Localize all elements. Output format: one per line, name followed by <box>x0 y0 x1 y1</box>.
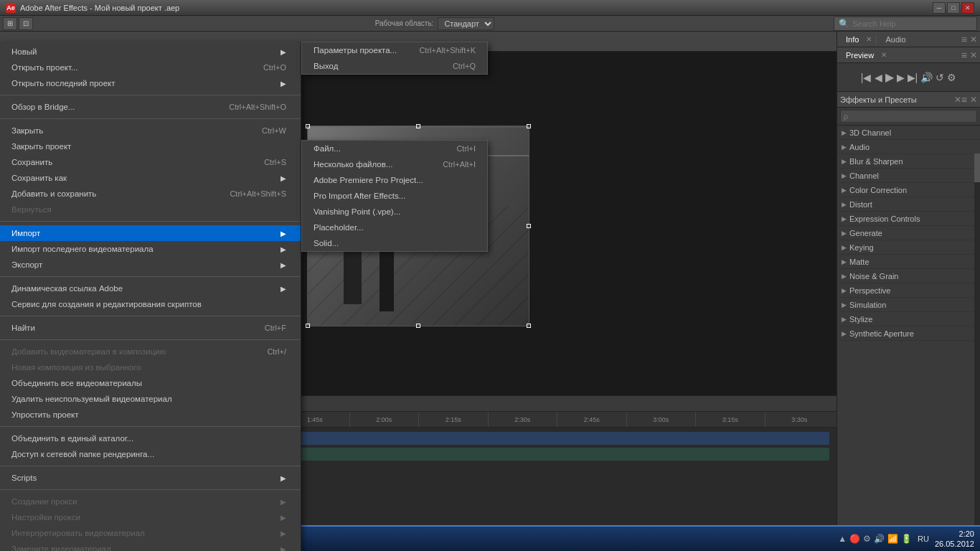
window-title: Adobe After Effects - Мой новый проект .… <box>20 4 933 12</box>
project-settings-submenu: Параметры проекта... Ctrl+Alt+Shift+K Вы… <box>301 42 488 75</box>
workspace-select[interactable]: Стандарт <box>438 17 494 30</box>
file-menu-dropdown: Новый ▶ Открыть проект... Ctrl+O Открыть… <box>0 42 301 551</box>
menu-save[interactable]: Сохранить Ctrl+S <box>0 154 301 170</box>
import-placeholder[interactable]: Placeholder... <box>302 220 487 235</box>
search-help-container: 🔍 <box>834 17 977 31</box>
menu-consolidate[interactable]: Объединить все видеоматериалы <box>0 375 301 391</box>
menu-add-to-comp[interactable]: Добавить видеоматериал в композицию Ctrl… <box>0 344 301 359</box>
menu-remove-unused[interactable]: Удалить неиспользуемый видеоматериал <box>0 391 301 407</box>
menu-save-as[interactable]: Сохранить как ▶ <box>0 170 301 186</box>
search-help-input[interactable] <box>852 19 972 28</box>
menu-new-comp-from[interactable]: Новая композиция из выбранного <box>0 359 301 375</box>
search-icon: 🔍 <box>839 19 849 29</box>
menu-export[interactable]: Экспорт ▶ <box>0 257 301 273</box>
import-submenu: Файл... Ctrl+I Несколько файлов... Ctrl+… <box>301 140 488 252</box>
menu-interpret[interactable]: Интерпретировать видеоматериал ▶ <box>0 525 301 541</box>
menu-add-save[interactable]: Добавить и сохранить Ctrl+Alt+Shift+S <box>0 186 301 202</box>
menu-create-proxy[interactable]: Создание прокси ▶ <box>0 494 301 509</box>
menu-find[interactable]: Найти Ctrl+F <box>0 320 301 336</box>
import-multiple[interactable]: Несколько файлов... Ctrl+Alt+I <box>302 156 487 172</box>
menu-import-recent[interactable]: Импорт последнего видеоматериала ▶ <box>0 241 301 257</box>
menu-new[interactable]: Новый ▶ <box>0 44 301 60</box>
menu-open-project[interactable]: Открыть проект... Ctrl+O <box>0 60 301 75</box>
secondary-toolbar: ⊞ ⊡ Рабочая область: Стандарт 🔍 <box>0 16 980 32</box>
menu-browse-bridge[interactable]: Обзор в Bridge... Ctrl+Alt+Shift+O <box>0 99 301 115</box>
menu-close[interactable]: Закрыть Ctrl+W <box>0 123 301 138</box>
window-controls: ─ □ ✕ <box>933 2 974 14</box>
title-bar: Ae Adobe After Effects - Мой новый проек… <box>0 0 980 16</box>
menu-replace[interactable]: Замените видеоматериал ▶ <box>0 541 301 551</box>
minimize-button[interactable]: ─ <box>933 2 946 14</box>
app-icon: Ae <box>6 3 16 13</box>
maximize-button[interactable]: □ <box>947 2 960 14</box>
close-button[interactable]: ✕ <box>961 2 974 14</box>
menu-revert[interactable]: Вернуться <box>0 202 301 217</box>
import-file[interactable]: Файл... Ctrl+I <box>302 141 487 156</box>
import-solid[interactable]: Solid... <box>302 235 487 251</box>
menu-network-render[interactable]: Доступ к сетевой папке рендеринга... <box>0 446 301 462</box>
project-settings[interactable]: Параметры проекта... Ctrl+Alt+Shift+K <box>302 42 487 58</box>
toolbar-btn-2[interactable]: ⊡ <box>19 17 33 30</box>
menu-dynamic-link[interactable]: Динамическая ссылка Adobe ▶ <box>0 281 301 296</box>
menu-import[interactable]: Импорт ▶ <box>0 225 301 241</box>
import-premiere[interactable]: Adobe Premiere Pro Project... <box>302 172 487 188</box>
menu-proxy-settings[interactable]: Настройки прокси ▶ <box>0 509 301 525</box>
menu-scripts[interactable]: Scripts ▶ <box>0 470 301 486</box>
import-vanishing-point[interactable]: Vanishing Point (.vpe)... <box>302 204 487 220</box>
menu-scripts-service[interactable]: Сервис для создания и редактирования скр… <box>0 296 301 312</box>
workspace-label: Рабочая область: <box>372 19 437 27</box>
menu-close-project[interactable]: Закрыть проект <box>0 138 301 154</box>
import-pro-import[interactable]: Pro Import After Effects... <box>302 188 487 204</box>
toolbar-btn-1[interactable]: ⊞ <box>3 17 17 30</box>
menu-simplify[interactable]: Упростить проект <box>0 407 301 423</box>
menu-open-recent[interactable]: Открыть последний проект ▶ <box>0 75 301 91</box>
menu-collect-files[interactable]: Объединить в единый каталог... <box>0 430 301 446</box>
quit[interactable]: Выход Ctrl+Q <box>302 58 487 74</box>
